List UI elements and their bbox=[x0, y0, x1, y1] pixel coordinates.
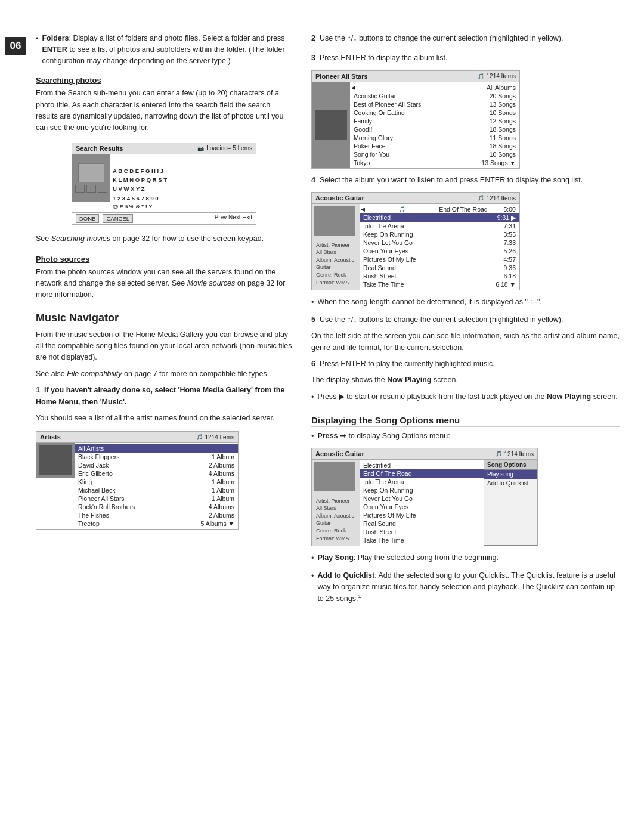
keypad-row1: A B C D E F G H I J bbox=[113, 167, 253, 175]
artist-info: Artist: Pioneer All Stars Album: Acousti… bbox=[314, 240, 358, 289]
acoustic-badge: 🎵 1214 Items bbox=[478, 195, 516, 202]
list-item: Rush Street6:18 bbox=[360, 272, 519, 280]
list-item: Into The Arena7:31 bbox=[360, 222, 519, 230]
song-options-badge: 🎵 1214 Items bbox=[496, 451, 534, 457]
list-item: Keep On Running3:55 bbox=[360, 230, 519, 239]
keypad-row2: K L M N O P Q R S T bbox=[113, 176, 253, 184]
step6-body: The display shows the Now Playing screen… bbox=[311, 374, 620, 386]
list-item: Open Your Eyes5:26 bbox=[360, 247, 519, 255]
pioneer-list: ◀ All Albums Acoustic Guitar20 Songs Bes… bbox=[350, 82, 519, 168]
cancel-button[interactable]: CANCEL bbox=[103, 214, 133, 223]
bullet-dot: • bbox=[311, 392, 314, 403]
step2-num: 2 bbox=[311, 34, 315, 42]
undetermined-bullet: • When the song length cannot be determi… bbox=[311, 296, 620, 308]
step4-text: 4 Select the album you want to listen to… bbox=[311, 175, 620, 186]
list-item: Family12 Songs bbox=[350, 117, 519, 125]
play-song-option[interactable]: Play song bbox=[484, 470, 537, 479]
step5-body: On the left side of the screen you can s… bbox=[311, 330, 620, 354]
add-quicklist-text: Add to Quicklist: Add the selected song … bbox=[317, 570, 620, 604]
list-item: Never Let You Go7:33 bbox=[360, 239, 519, 247]
artists-list: All Artists Black Floppers1 Album David … bbox=[75, 443, 238, 529]
step1-body: You should see a list of all the artist … bbox=[36, 413, 292, 424]
pioneer-body: ◀ All Albums Acoustic Guitar20 Songs Bes… bbox=[312, 82, 519, 168]
bullet-dot: • bbox=[311, 297, 314, 308]
list-item: Kling1 Album bbox=[75, 478, 238, 486]
list-item: Treetop5 Albums ▼ bbox=[75, 519, 238, 528]
folders-bullet: • Folders: Display a list of folders and… bbox=[36, 33, 292, 66]
step3-num: 3 bbox=[311, 54, 315, 62]
chapter-number: 06 bbox=[5, 37, 26, 55]
list-item: Best of Pioneer All Stars13 Songs bbox=[350, 100, 519, 109]
press-text: Press ▶ to start or resume playback from… bbox=[317, 391, 617, 403]
done-button[interactable]: DONE bbox=[76, 214, 99, 223]
add-quicklist-option[interactable]: Add to Quicklist bbox=[484, 479, 537, 488]
song-options-thumb: Artist: Pioneer All Stars Album: Acousti… bbox=[312, 460, 360, 546]
left-sidebar: 06 bbox=[0, 0, 31, 839]
search-screenshot: Search Results 📷 Loading– 5 Items bbox=[72, 143, 256, 225]
step6-num: 6 bbox=[311, 360, 315, 368]
bullet-dot: • bbox=[311, 553, 314, 564]
bullet-dot: • bbox=[36, 33, 38, 66]
acoustic-screenshot: Acoustic Guitar 🎵 1214 Items Artist: Pio… bbox=[311, 192, 520, 290]
pioneer-screenshot: Pioneer All Stars 🎵 1214 Items ◀ All Alb… bbox=[311, 70, 520, 169]
step1-bold: If you haven't already done so, select '… bbox=[36, 386, 284, 405]
step5-text: 5 Use the ↑/↓ buttons to change the curr… bbox=[311, 314, 620, 326]
add-quicklist-bullet: • Add to Quicklist: Add the selected son… bbox=[311, 570, 620, 604]
acoustic-list: ◀ 🎵 End Of The Road5:00 Electrified9:31 … bbox=[360, 204, 519, 290]
list-item: Black Floppers1 Album bbox=[75, 453, 238, 461]
artists-screenshot: Artists 🎵 1214 Items All Artists bbox=[36, 431, 239, 530]
song-options-screenshot: Acoustic Guitar 🎵 1214 Items Artist: Pio… bbox=[311, 448, 538, 546]
search-footer-nav: Prev Next Exit bbox=[215, 214, 252, 223]
song-options-header: Acoustic Guitar 🎵 1214 Items bbox=[312, 448, 537, 460]
list-item-selected: Electrified9:31 ▶ bbox=[360, 213, 519, 222]
all-albums-item: ◀ All Albums bbox=[350, 83, 519, 92]
searching-photos-body: From the Search sub-menu you can enter a… bbox=[36, 88, 292, 134]
enter-label: ENTER bbox=[42, 45, 67, 54]
popup-header: Song Options bbox=[484, 460, 537, 470]
list-item: Cooking Or Eating10 Songs bbox=[350, 109, 519, 117]
bullet-dot: • bbox=[311, 431, 314, 442]
step2-text: 2 Use the ↑/↓ buttons to change the curr… bbox=[311, 33, 620, 44]
list-item: Tokyo13 Songs ▼ bbox=[350, 159, 519, 167]
list-item: Michael Beck1 Album bbox=[75, 486, 238, 494]
list-item: Good!!18 Songs bbox=[350, 125, 519, 134]
play-song-bullet: • Play Song: Play the selected song from… bbox=[311, 552, 620, 564]
list-item: Real Sound9:36 bbox=[360, 264, 519, 272]
list-item: Take The Time bbox=[360, 536, 484, 544]
acoustic-body: Artist: Pioneer All Stars Album: Acousti… bbox=[312, 204, 519, 290]
see-also-text: See also File compatibility on page 7 fo… bbox=[36, 369, 292, 380]
list-item: Keep On Running bbox=[360, 486, 484, 494]
list-item: Into The Arena bbox=[360, 478, 484, 486]
list-item: David Jack2 Albums bbox=[75, 461, 238, 469]
press-arrow-bullet: • Press ➡ to display Song Options menu: bbox=[311, 431, 620, 442]
music-navigator-intro: From the music section of the Home Media… bbox=[36, 329, 292, 364]
press-arrow-text: Press ➡ to display Song Options menu: bbox=[317, 431, 450, 442]
photo-sources-heading: Photo sources bbox=[36, 255, 292, 264]
all-artists-item: All Artists bbox=[75, 444, 238, 453]
list-item: Rush Street bbox=[360, 528, 484, 536]
pioneer-thumb bbox=[312, 82, 350, 168]
right-column: 2 Use the ↑/↓ buttons to change the curr… bbox=[311, 33, 620, 815]
see-searching-text: See Searching movies on page 32 for how … bbox=[36, 233, 292, 244]
pioneer-header: Pioneer All Stars 🎵 1214 Items bbox=[312, 71, 519, 82]
artists-title: Artists bbox=[40, 434, 61, 441]
song-options-popup: Song Options Play song Add to Quicklist bbox=[484, 460, 537, 546]
bullet-dot: • bbox=[311, 571, 314, 604]
keypad-input[interactable] bbox=[113, 157, 253, 165]
step3-text: 3 Press ENTER to display the album list. bbox=[311, 52, 620, 64]
step5-num: 5 bbox=[311, 315, 315, 324]
list-item: ◀ 🎵 End Of The Road5:00 bbox=[360, 205, 519, 213]
search-thumb bbox=[72, 154, 110, 202]
searching-photos-heading: Searching photos bbox=[36, 76, 292, 85]
list-item: Take The Time6:18 ▼ bbox=[360, 280, 519, 289]
song-options-body: Artist: Pioneer All Stars Album: Acousti… bbox=[312, 460, 537, 546]
search-title: Search Results bbox=[76, 145, 123, 152]
search-badge: 📷 Loading– 5 Items bbox=[197, 145, 252, 151]
acoustic-header: Acoustic Guitar 🎵 1214 Items bbox=[312, 193, 519, 204]
play-song-text: Play Song: Play the selected song from t… bbox=[317, 552, 499, 564]
acoustic-thumb: Artist: Pioneer All Stars Album: Acousti… bbox=[312, 204, 360, 290]
list-item: Eric Gilberto4 Albums bbox=[75, 469, 238, 478]
list-item: Electrified bbox=[360, 461, 484, 469]
keypad-row5: @ # $ % & * ! ? bbox=[113, 202, 253, 210]
search-header: Search Results 📷 Loading– 5 Items bbox=[72, 143, 256, 154]
